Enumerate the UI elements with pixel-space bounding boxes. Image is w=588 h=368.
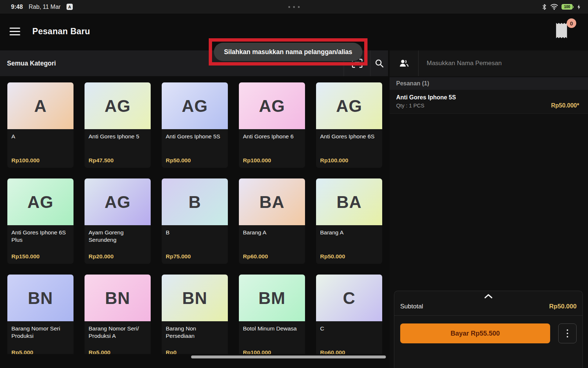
- product-card[interactable]: AG Anti Gores Iphone 6S Rp100.000: [316, 82, 382, 168]
- status-bar-right: 100: [542, 4, 588, 10]
- product-card[interactable]: BM Botol Minum Dewasa Rp100.000: [239, 275, 305, 360]
- product-name: Barang Non Persediaan: [162, 321, 228, 340]
- product-card[interactable]: A A Rp100.000: [7, 82, 74, 168]
- annotation-highlight-box: Silahkan masukkan nama pelanggan/alias: [209, 38, 368, 66]
- product-card[interactable]: AG Anti Gores Iphone 5S Rp50.000: [162, 82, 228, 168]
- product-initials: BA: [337, 192, 362, 212]
- product-image: BN: [85, 275, 151, 321]
- product-initials: AG: [336, 96, 362, 116]
- order-item-row[interactable]: Anti Gores Iphone 5S Qty : 1 PCS Rp50.00…: [390, 90, 588, 114]
- product-card[interactable]: BN Barang Nomor Seri/ Produksi A Rp5.000: [85, 275, 151, 360]
- battery-percent: 100: [562, 4, 573, 10]
- customer-row: [390, 50, 588, 76]
- page-title: Pesanan Baru: [32, 26, 90, 36]
- bluetooth-icon: [542, 4, 547, 10]
- product-name: Anti Gores Iphone 6S Plus: [7, 225, 74, 244]
- product-initials: BM: [258, 288, 286, 308]
- product-price: Rp47.500: [89, 157, 114, 164]
- product-image: C: [316, 275, 382, 321]
- tooltip: Silahkan masukkan nama pelanggan/alias: [214, 43, 362, 61]
- product-initials: B: [189, 192, 201, 212]
- product-card[interactable]: C C Rp60.000: [316, 275, 382, 360]
- product-initials: A: [34, 96, 47, 116]
- expand-summary-button[interactable]: [394, 291, 582, 301]
- product-image: BM: [239, 275, 305, 321]
- product-image: B: [162, 178, 228, 225]
- product-name: A: [7, 129, 74, 140]
- product-name: Barang Nomor Seri/ Produksi A: [85, 321, 151, 340]
- product-image: AG: [316, 82, 382, 129]
- chevron-up-icon: [484, 294, 493, 299]
- category-filter[interactable]: Semua Kategori: [0, 60, 56, 67]
- subtotal-value: Rp50.000: [549, 303, 577, 310]
- product-initials: BN: [182, 288, 207, 308]
- product-price: Rp20.000: [89, 253, 114, 260]
- search-icon: [374, 59, 384, 68]
- wifi-icon: [550, 4, 558, 10]
- order-item-qty: Qty : 1 PCS: [396, 103, 424, 109]
- product-initials: BA: [259, 192, 284, 212]
- product-name: Barang A: [316, 225, 382, 236]
- menu-icon[interactable]: [9, 24, 25, 39]
- battery-icon: 100: [562, 4, 574, 10]
- product-card[interactable]: BN Barang Nomor Seri Produksi Rp5.000: [7, 275, 74, 360]
- tooltip-text: Silahkan masukkan nama pelanggan/alias: [224, 48, 352, 56]
- product-image: AG: [85, 82, 151, 129]
- product-initials: BN: [105, 288, 130, 308]
- product-card[interactable]: B B Rp75.000: [162, 178, 228, 264]
- order-item-price: Rp50.000*: [551, 102, 580, 109]
- status-time: 9:48: [11, 4, 23, 10]
- product-name: Ayam Goreng Serundeng: [85, 225, 151, 244]
- product-price: Rp50.000: [166, 157, 191, 164]
- person-icon: [398, 59, 409, 68]
- product-image: AG: [85, 178, 151, 225]
- orders-header: Pesanan (1): [390, 77, 588, 90]
- select-customer-button[interactable]: [390, 50, 418, 76]
- product-initials: AG: [28, 192, 54, 212]
- kebab-menu-icon: [567, 329, 568, 331]
- product-name: Barang Nomor Seri Produksi: [7, 321, 74, 340]
- product-card[interactable]: AG Anti Gores Iphone 5 Rp47.500: [85, 82, 151, 168]
- product-initials: AG: [105, 192, 131, 212]
- product-initials: C: [343, 288, 355, 308]
- product-name: B: [162, 225, 228, 236]
- order-item-name: Anti Gores Iphone 5S: [396, 94, 579, 101]
- product-image: BN: [162, 275, 228, 321]
- order-panel: Pesanan (1) Anti Gores Iphone 5S Qty : 1…: [390, 50, 588, 368]
- pay-row: Bayar Rp55.500: [394, 316, 582, 343]
- camera-cutout-dots: [288, 6, 300, 8]
- product-card[interactable]: BA Barang A Rp60.000: [239, 178, 305, 264]
- product-initials: BN: [28, 288, 53, 308]
- more-options-button[interactable]: [558, 323, 577, 343]
- product-name: Anti Gores Iphone 5: [85, 129, 151, 140]
- product-image: AG: [239, 82, 305, 129]
- product-name: Barang A: [239, 225, 305, 236]
- saved-orders-button[interactable]: 0: [554, 22, 573, 42]
- notification-app-icon: A: [67, 4, 73, 10]
- product-card[interactable]: AG Anti Gores Iphone 6S Plus Rp150.000: [7, 178, 74, 264]
- pay-button[interactable]: Bayar Rp55.500: [400, 323, 550, 343]
- product-card[interactable]: BA Barang A Rp50.000: [316, 178, 382, 264]
- product-price: Rp100.000: [11, 157, 40, 164]
- product-price: Rp150.000: [11, 253, 40, 260]
- charging-bolt-icon: [577, 4, 581, 10]
- product-price: Rp100.000: [320, 157, 348, 164]
- product-card[interactable]: AG Ayam Goreng Serundeng Rp20.000: [85, 178, 151, 264]
- status-date: Rab, 11 Mar: [29, 4, 61, 10]
- product-card[interactable]: AG Anti Gores Iphone 6 Rp100.000: [239, 82, 305, 168]
- status-bar: 9:48 Rab, 11 Mar A 100: [0, 0, 588, 14]
- subtotal-row: Subtotal Rp50.000: [394, 301, 582, 315]
- product-name: Anti Gores Iphone 6S: [316, 129, 382, 140]
- pos-app-screen: 9:48 Rab, 11 Mar A 100: [0, 0, 588, 368]
- product-image: AG: [162, 82, 228, 129]
- product-name: Botol Minum Dewasa: [239, 321, 305, 332]
- customer-name-input[interactable]: [419, 50, 588, 76]
- product-grid: A A Rp100.000 AG Anti Gores Iphone 5 Rp4…: [7, 82, 388, 360]
- product-price: Rp75.000: [166, 253, 191, 260]
- search-button[interactable]: [370, 50, 388, 76]
- product-price: Rp50.000: [320, 253, 345, 260]
- product-card[interactable]: BN Barang Non Persediaan Rp0: [162, 275, 228, 360]
- product-name: Anti Gores Iphone 6: [239, 129, 305, 140]
- product-initials: AG: [105, 96, 131, 116]
- horizontal-scrollbar[interactable]: [191, 355, 386, 358]
